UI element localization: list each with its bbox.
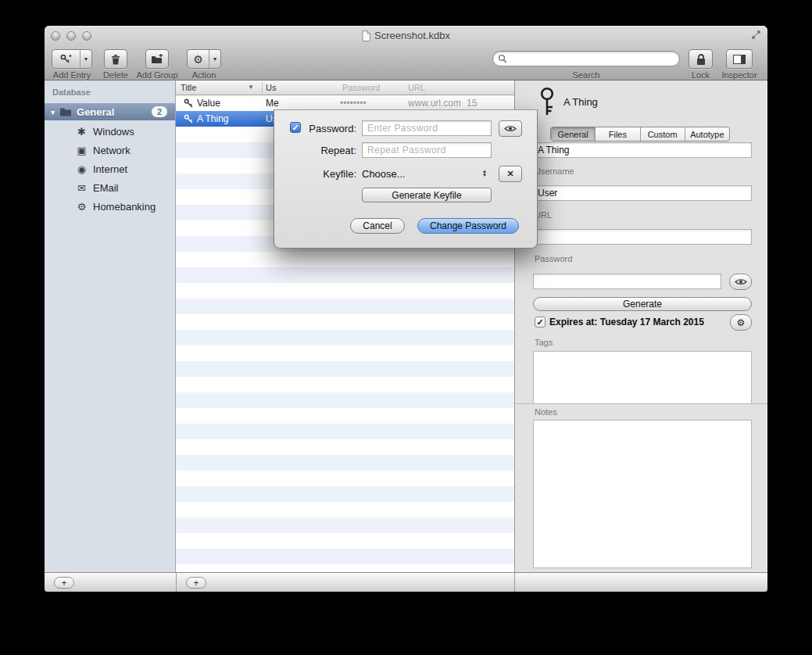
lock-label: Lock <box>689 70 713 80</box>
titlebar[interactable]: Screenshot.kdbx <box>45 26 767 45</box>
search-label: Search <box>492 70 680 80</box>
entry-title: A Thing <box>197 111 228 127</box>
tags-label: Tags <box>535 338 553 347</box>
sidebar-item-email[interactable]: ✉ EMail <box>76 178 119 197</box>
notes-input[interactable] <box>533 420 752 568</box>
bank-icon: ⚙ <box>76 201 88 213</box>
key-plus-icon <box>52 54 80 64</box>
sidebar-item-label: Homebanking <box>93 201 156 213</box>
add-group-footer-button[interactable]: + <box>54 577 74 589</box>
delete-label: Delete <box>95 70 137 80</box>
clear-keyfile-button[interactable]: ✕ <box>499 166 522 182</box>
sheet-repeat-input[interactable] <box>362 142 492 158</box>
keyfile-popup[interactable]: Choose... ▲▼ <box>362 166 492 181</box>
change-password-button[interactable]: Change Password <box>417 218 519 234</box>
trash-icon <box>111 54 120 65</box>
sidebar-item-label: EMail <box>93 182 119 194</box>
add-group-button[interactable] <box>145 49 169 69</box>
entry-username: Me <box>266 95 279 111</box>
inspector-button[interactable] <box>726 49 753 69</box>
notes-label: Notes <box>535 407 557 417</box>
delete-button[interactable] <box>104 49 127 69</box>
sheet-password-input[interactable] <box>362 120 492 136</box>
expires-label: Expires at: Tuesday 17 March 2015 <box>549 317 704 328</box>
globe-icon: ◉ <box>76 163 88 175</box>
column-username[interactable]: Us <box>266 83 276 92</box>
sidebar-item-homebanking[interactable]: ⚙ Homebanking <box>76 197 156 216</box>
lock-button[interactable] <box>689 49 713 69</box>
entry-row-value[interactable]: Value Me •••••••• www.url.com 15 <box>176 95 514 111</box>
network-icon: ▣ <box>76 145 88 156</box>
entry-count-badge: 2 <box>152 106 167 117</box>
folder-plus-icon <box>151 54 163 64</box>
sort-arrow-icon: ▼ <box>248 84 254 91</box>
sheet-keyfile-label: Keyfile: <box>298 168 356 180</box>
sidebar-group-label: General <box>77 106 114 118</box>
sidebar-item-windows[interactable]: ✱ Windows <box>76 122 134 141</box>
reveal-password-button[interactable] <box>729 274 752 290</box>
add-group-label: Add Group <box>135 70 179 80</box>
title-field[interactable] <box>533 142 752 158</box>
tab-custom[interactable]: Custom <box>641 127 685 141</box>
tags-input[interactable] <box>533 351 752 404</box>
add-entry-button[interactable]: ▾ <box>52 49 92 69</box>
eye-icon <box>735 278 747 285</box>
entry-url: www.url.com <box>408 95 461 111</box>
toolbar: ▾ Add Entry Delete Add Group ⚙ ▾ Action <box>45 45 767 81</box>
password-label: Password <box>535 254 572 263</box>
column-url[interactable]: URL <box>408 83 425 92</box>
tab-general[interactable]: General <box>551 127 596 141</box>
inspector-panel: A Thing General Files Custom Autotype Us… <box>514 81 767 572</box>
splitter[interactable] <box>515 403 767 404</box>
add-entry-footer-button[interactable]: + <box>186 577 206 589</box>
sheet-password-label: Password: <box>298 123 356 134</box>
generate-password-button[interactable]: Generate <box>533 297 752 311</box>
disclosure-triangle-icon[interactable]: ▾ <box>51 108 55 116</box>
entry-key-icon <box>537 87 557 116</box>
tab-autotype[interactable]: Autotype <box>685 127 729 141</box>
tab-files[interactable]: Files <box>596 127 640 141</box>
password-field[interactable] <box>533 274 721 289</box>
inspector-entry-title: A Thing <box>563 96 598 108</box>
url-field[interactable] <box>533 229 752 245</box>
action-button[interactable]: ⚙ ▾ <box>187 49 221 69</box>
title-area: Screenshot.kdbx <box>45 29 767 42</box>
column-title[interactable]: Title <box>181 83 196 92</box>
key-icon <box>184 114 193 123</box>
search-input[interactable] <box>492 51 680 66</box>
fullscreen-icon[interactable] <box>751 30 761 40</box>
search-icon <box>498 54 507 63</box>
generate-keyfile-button[interactable]: Generate Keyfile <box>362 188 492 202</box>
panel-divider[interactable] <box>514 573 515 592</box>
inspector-panel-icon <box>733 55 746 64</box>
chevron-down-icon[interactable]: ▾ <box>80 50 91 68</box>
footer-bar: + + <box>45 572 767 592</box>
expires-checkbox[interactable]: ✓ <box>535 317 546 328</box>
entry-list-header: Title ▼ Us Password URL <box>176 81 514 95</box>
stepper-icon: ▲▼ <box>482 170 487 177</box>
add-entry-label: Add Entry <box>48 70 96 80</box>
sidebar-group-general[interactable]: ▾ General 2 <box>45 103 175 120</box>
chevron-down-icon[interactable]: ▾ <box>209 50 220 68</box>
inspector-tabs: General Files Custom Autotype <box>550 127 730 141</box>
document-icon <box>362 30 370 41</box>
column-divider[interactable] <box>262 82 263 93</box>
expires-gear-button[interactable]: ⚙ <box>730 314 752 331</box>
eye-icon <box>504 125 517 132</box>
cancel-button[interactable]: Cancel <box>350 218 405 234</box>
window-chrome: Screenshot.kdbx ▾ Add Entry Delete Add G… <box>45 26 767 81</box>
sidebar-item-internet[interactable]: ◉ Internet <box>76 159 127 178</box>
windows-icon: ✱ <box>76 126 88 138</box>
keyfile-value: Choose... <box>362 168 406 180</box>
username-field[interactable] <box>533 185 752 201</box>
mail-icon: ✉ <box>76 182 88 194</box>
sheet-reveal-password-button[interactable] <box>499 120 522 137</box>
column-password[interactable]: Password <box>342 83 380 92</box>
panel-divider[interactable] <box>176 573 177 592</box>
sheet-repeat-label: Repeat: <box>298 145 356 156</box>
sidebar-item-network[interactable]: ▣ Network <box>76 141 131 159</box>
key-icon <box>184 98 193 108</box>
change-password-sheet: ✓ Password: Repeat: Keyfile: Choose... ▲… <box>274 109 538 249</box>
entry-password-masked: •••••••• <box>340 95 367 111</box>
folder-icon <box>59 107 72 116</box>
